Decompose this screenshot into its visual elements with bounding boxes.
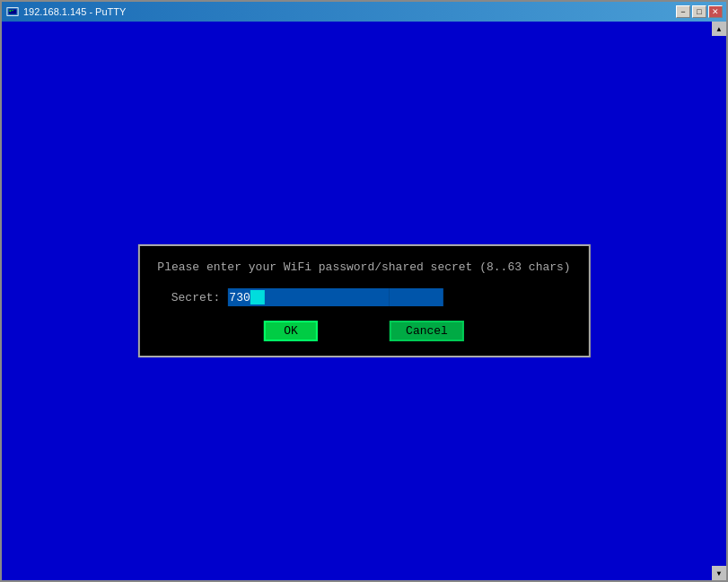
cancel-button[interactable]: Cancel: [390, 321, 464, 341]
secret-label: Secret:: [157, 291, 220, 304]
secret-input-display[interactable]: 730: [227, 288, 389, 306]
input-remaining-fill: [389, 288, 443, 306]
title-bar: 192.168.1.145 - PuTTY − □ ✕: [2, 2, 726, 22]
scrollbar[interactable]: ▲ ▼: [712, 22, 726, 580]
input-value-text: 730: [229, 291, 250, 304]
dialog-button-row: OK Cancel: [157, 321, 570, 341]
minimize-button[interactable]: −: [676, 5, 690, 18]
wifi-password-dialog: Please enter your WiFi password/shared s…: [137, 244, 590, 357]
text-cursor: [250, 290, 265, 304]
terminal-area: Please enter your WiFi password/shared s…: [2, 22, 726, 580]
maximize-button[interactable]: □: [692, 5, 706, 18]
putty-window: 192.168.1.145 - PuTTY − □ ✕ Please enter…: [0, 0, 728, 582]
svg-rect-3: [12, 10, 13, 11]
dialog-message: Please enter your WiFi password/shared s…: [157, 260, 570, 274]
scroll-down-arrow[interactable]: ▼: [712, 566, 726, 580]
app-icon: [5, 4, 20, 19]
secret-input-wrapper[interactable]: 730: [227, 288, 443, 306]
window-title: 192.168.1.145 - PuTTY: [23, 6, 676, 17]
svg-rect-2: [10, 10, 12, 12]
window-controls: − □ ✕: [676, 5, 723, 18]
secret-input-row: Secret: 730: [157, 288, 570, 306]
scroll-track: [712, 36, 726, 566]
ok-button[interactable]: OK: [264, 321, 318, 341]
close-button[interactable]: ✕: [708, 5, 723, 18]
scroll-up-arrow[interactable]: ▲: [712, 22, 726, 36]
